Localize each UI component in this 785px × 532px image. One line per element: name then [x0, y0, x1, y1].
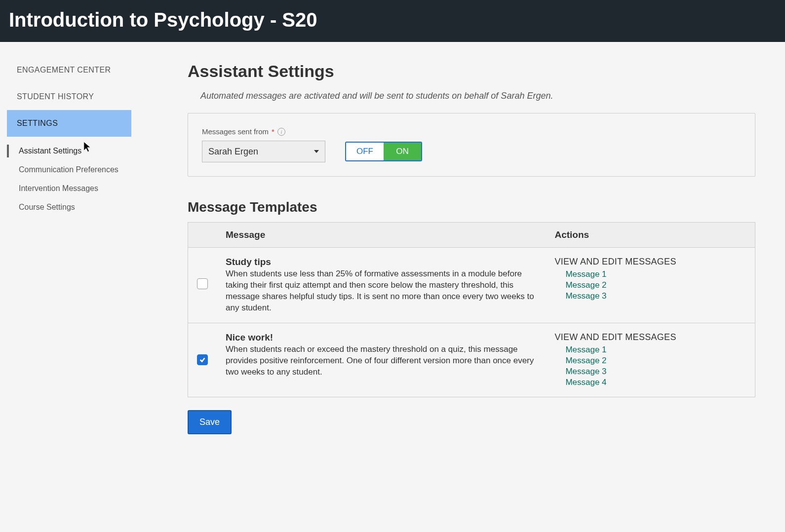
required-marker: * [272, 127, 275, 136]
nav-sub-label: Communication Preferences [19, 165, 118, 174]
template-title: Nice work! [226, 332, 537, 343]
templates-table: Message Actions Study tipsWhen students … [188, 222, 755, 397]
message-link[interactable]: Message 1 [565, 344, 746, 355]
message-links: Message 1Message 2Message 3 [554, 269, 746, 302]
layout: ENGAGEMENT CENTERSTUDENT HISTORYSETTINGS… [0, 42, 785, 454]
sender-row: Sarah Ergen OFF ON [202, 141, 741, 162]
message-link[interactable]: Message 1 [565, 269, 746, 280]
nav-sub: Assistant SettingsCommunication Preferen… [7, 142, 131, 217]
nav-sub-label: Intervention Messages [19, 184, 98, 192]
nav-sub-item[interactable]: Communication Preferences [7, 160, 131, 179]
table-row: Study tipsWhen students use less than 25… [188, 248, 755, 323]
toggle-on-button[interactable]: ON [384, 143, 421, 160]
nav-primary-label: STUDENT HISTORY [17, 92, 94, 101]
message-link[interactable]: Message 3 [565, 366, 746, 377]
sender-label-text: Messages sent from [202, 127, 269, 136]
template-description: When students use less than 25% of forma… [226, 268, 537, 314]
template-checkbox[interactable] [197, 354, 208, 365]
section-title-templates: Message Templates [188, 199, 755, 215]
nav-sub-item[interactable]: Assistant Settings [7, 142, 131, 160]
info-icon[interactable]: i [277, 128, 285, 136]
toggle-off-button[interactable]: OFF [346, 143, 384, 160]
nav-primary-label: SETTINGS [17, 119, 58, 127]
view-edit-label: VIEW AND EDIT MESSAGES [554, 257, 746, 267]
check-icon [199, 356, 206, 363]
nav-primary: ENGAGEMENT CENTERSTUDENT HISTORYSETTINGS [7, 57, 131, 137]
cell-message: Study tipsWhen students use less than 25… [217, 248, 546, 323]
sender-panel: Messages sent from * i Sarah Ergen OFF O… [188, 113, 755, 177]
th-checkbox [188, 223, 217, 248]
nav-sub-item[interactable]: Course Settings [7, 198, 131, 217]
cell-actions: VIEW AND EDIT MESSAGESMessage 1Message 2… [546, 248, 755, 323]
assistant-description: Automated messages are activated and wil… [200, 91, 755, 101]
sender-field-label: Messages sent from * i [202, 127, 741, 136]
message-link[interactable]: Message 2 [565, 280, 746, 291]
content: Assistant Settings Automated messages ar… [138, 42, 785, 454]
page-title: Introduction to Psychology - S20 [9, 9, 776, 31]
sender-select[interactable]: Sarah Ergen [202, 141, 325, 162]
th-message: Message [217, 223, 546, 248]
cell-checkbox [188, 248, 217, 323]
template-checkbox[interactable] [197, 278, 208, 289]
nav-sub-item[interactable]: Intervention Messages [7, 179, 131, 198]
message-link[interactable]: Message 3 [565, 291, 746, 302]
sender-selected-value: Sarah Ergen [208, 147, 258, 157]
message-link[interactable]: Message 4 [565, 377, 746, 388]
chevron-down-icon [314, 150, 319, 153]
template-description: When students reach or exceed the master… [226, 344, 537, 378]
nav-primary-item[interactable]: SETTINGS [7, 110, 131, 137]
nav-sub-label: Assistant Settings [19, 147, 81, 155]
table-header-row: Message Actions [188, 223, 755, 248]
save-button[interactable]: Save [188, 410, 232, 434]
section-title-assistant: Assistant Settings [188, 62, 755, 81]
message-links: Message 1Message 2Message 3Message 4 [554, 344, 746, 388]
nav-primary-item[interactable]: ENGAGEMENT CENTER [7, 57, 131, 83]
sidebar: ENGAGEMENT CENTERSTUDENT HISTORYSETTINGS… [0, 42, 138, 454]
message-link[interactable]: Message 2 [565, 355, 746, 366]
table-row: Nice work!When students reach or exceed … [188, 323, 755, 397]
nav-sub-label: Course Settings [19, 203, 75, 211]
template-title: Study tips [226, 257, 537, 267]
automation-toggle: OFF ON [345, 142, 422, 161]
nav-primary-item[interactable]: STUDENT HISTORY [7, 83, 131, 110]
cell-actions: VIEW AND EDIT MESSAGESMessage 1Message 2… [546, 323, 755, 397]
view-edit-label: VIEW AND EDIT MESSAGES [554, 332, 746, 342]
nav-primary-label: ENGAGEMENT CENTER [17, 66, 111, 74]
top-bar: Introduction to Psychology - S20 [0, 0, 785, 42]
cell-message: Nice work!When students reach or exceed … [217, 323, 546, 397]
th-actions: Actions [546, 223, 755, 248]
cell-checkbox [188, 323, 217, 397]
